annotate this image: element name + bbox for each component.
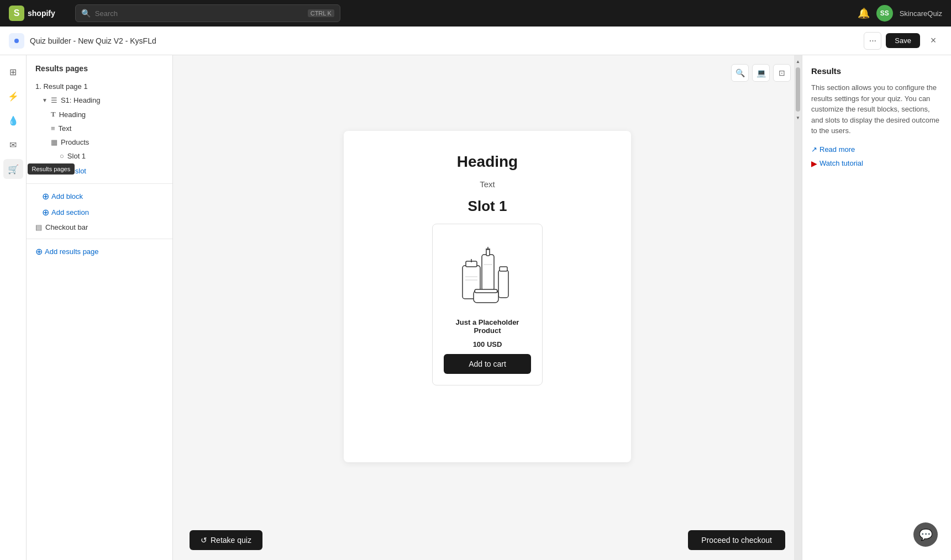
shopify-logo: S shopify <box>9 6 55 21</box>
products-icon: ▦ <box>51 138 57 146</box>
svg-rect-12 <box>475 289 497 293</box>
preview-slot-heading: Slot 1 <box>468 198 507 215</box>
close-button[interactable]: × <box>924 32 942 50</box>
divider-1 <box>27 183 172 184</box>
watch-tutorial-link[interactable]: ▶ Watch tutorial <box>811 159 942 168</box>
product-image <box>449 235 526 313</box>
sub-header: Quiz builder - New Quiz V2 - KysFLd ··· … <box>0 27 951 55</box>
scroll-up-button[interactable]: ▲ <box>794 57 802 65</box>
svg-rect-9 <box>498 270 508 298</box>
svg-rect-2 <box>482 255 494 290</box>
chevron-down-icon: ▼ <box>42 97 48 103</box>
read-more-link[interactable]: ↗ Read more <box>811 145 942 154</box>
user-avatar: SS <box>876 5 893 22</box>
tree-item-checkout-bar[interactable]: ▤ Checkout bar <box>27 220 172 234</box>
canvas-bottom-bar: ↺ Retake quiz Proceed to checkout <box>173 520 802 560</box>
read-more-icon: ↗ <box>811 145 817 154</box>
layout-button[interactable]: ⊡ <box>773 64 791 82</box>
add-section-icon: ⊕ <box>42 207 49 218</box>
icon-sidebar: ⊞ ⚡ 💧 ✉ 🛒 Results pages <box>0 55 27 560</box>
add-results-page-icon: ⊕ <box>35 246 43 257</box>
preview-text: Text <box>480 179 495 189</box>
heading-icon: T <box>51 110 56 119</box>
checkout-bar-icon: ▤ <box>35 223 42 231</box>
retake-quiz-button[interactable]: ↺ Retake quiz <box>190 530 262 550</box>
search-input[interactable] <box>95 9 303 18</box>
add-block-icon: ⊕ <box>42 191 49 202</box>
slot-icon: ○ <box>60 152 64 160</box>
zoom-button[interactable]: 🔍 <box>731 64 749 82</box>
tree-item-products[interactable]: ▦ Products <box>27 135 172 149</box>
sidebar-item-bolt[interactable]: ⚡ <box>3 86 23 106</box>
result-page-label: 1. Result page 1 <box>35 82 88 91</box>
sidebar-item-cart[interactable]: 🛒 Results pages <box>3 159 23 179</box>
tree-item-slot1[interactable]: ○ Slot 1 <box>27 149 172 163</box>
tree-item-s1-heading[interactable]: ▼ ☰ S1: Heading <box>27 93 172 107</box>
read-more-label: Read more <box>819 145 855 154</box>
product-svg <box>451 238 523 310</box>
main-layout: ⊞ ⚡ 💧 ✉ 🛒 Results pages Results pages 1.… <box>0 55 951 560</box>
desktop-view-button[interactable]: 💻 <box>752 64 770 82</box>
tree-sidebar-title: Results pages <box>27 64 172 80</box>
shopify-logo-icon: S <box>9 6 24 21</box>
watch-icon: ▶ <box>811 159 817 168</box>
right-panel-description: This section allows you to configure the… <box>811 82 942 136</box>
text-icon: ≡ <box>51 124 55 133</box>
sub-header-title: Quiz builder - New Quiz V2 - KysFLd <box>30 36 156 45</box>
add-slot-link[interactable]: ⊕ Add slot <box>27 163 172 179</box>
product-price: 100 USD <box>473 340 502 348</box>
canvas-content: Heading Text Slot 1 <box>173 55 802 560</box>
scroll-thumb[interactable] <box>796 67 800 112</box>
shopify-logo-text: shopify <box>28 9 55 18</box>
search-bar[interactable]: 🔍 CTRL K <box>75 4 340 22</box>
canvas-scrollbar[interactable]: ▲ ▼ <box>794 55 802 560</box>
tree-sidebar: Results pages 1. Result page 1 ▼ ☰ S1: H… <box>27 55 173 560</box>
nav-right: 🔔 SS SkincareQuiz <box>858 5 942 22</box>
s1-heading-label: S1: Heading <box>61 96 101 104</box>
bell-icon[interactable]: 🔔 <box>858 7 870 19</box>
right-panel-title: Results <box>811 66 942 76</box>
retake-icon: ↺ <box>201 536 207 545</box>
watch-tutorial-label: Watch tutorial <box>819 159 863 167</box>
section-icon: ☰ <box>51 96 57 104</box>
retake-label: Retake quiz <box>211 536 251 545</box>
proceed-to-checkout-button[interactable]: Proceed to checkout <box>688 530 785 550</box>
add-section-link[interactable]: ⊕ Add section <box>27 204 172 220</box>
products-label: Products <box>61 138 89 146</box>
sidebar-item-grid[interactable]: ⊞ <box>3 62 23 82</box>
tree-item-heading[interactable]: T Heading <box>27 107 172 121</box>
svg-point-1 <box>14 39 19 43</box>
product-card: Just a Placeholder Product 100 USD Add t… <box>432 224 543 385</box>
add-block-link[interactable]: ⊕ Add block <box>27 188 172 204</box>
top-navigation: S shopify 🔍 CTRL K 🔔 SS SkincareQuiz <box>0 0 951 27</box>
sidebar-item-drop[interactable]: 💧 <box>3 110 23 130</box>
heading-label: Heading <box>59 110 86 119</box>
checkout-bar-label: Checkout bar <box>45 223 88 231</box>
canvas-toolbar: 🔍 💻 ⊡ <box>731 64 791 82</box>
chat-bubble[interactable]: 💬 <box>913 522 938 547</box>
right-panel: Results This section allows you to confi… <box>802 55 951 560</box>
search-shortcut: CTRL K <box>308 9 334 17</box>
save-button[interactable]: Save <box>886 33 920 48</box>
search-icon: 🔍 <box>81 9 91 18</box>
more-options-button[interactable]: ··· <box>864 32 881 50</box>
tree-item-result-page[interactable]: 1. Result page 1 <box>27 80 172 93</box>
scroll-down-button[interactable]: ▼ <box>794 114 802 121</box>
canvas-area: 🔍 💻 ⊡ Heading Text Slot 1 <box>173 55 802 560</box>
product-name: Just a Placeholder Product <box>444 318 531 335</box>
text-label: Text <box>59 124 72 133</box>
slot1-label: Slot 1 <box>67 152 86 160</box>
tree-item-text[interactable]: ≡ Text <box>27 121 172 135</box>
add-to-cart-button[interactable]: Add to cart <box>444 354 531 374</box>
sidebar-item-envelope[interactable]: ✉ <box>3 135 23 155</box>
preview-heading: Heading <box>457 153 518 171</box>
svg-rect-10 <box>500 267 507 271</box>
sub-header-actions: ··· Save × <box>864 32 942 50</box>
preview-panel: Heading Text Slot 1 <box>344 131 631 462</box>
app-icon <box>9 33 24 49</box>
divider-2 <box>27 239 172 239</box>
user-name: SkincareQuiz <box>900 9 942 18</box>
add-slot-icon: ⊕ <box>51 166 58 176</box>
add-results-page-link[interactable]: ⊕ Add results page <box>27 244 172 260</box>
